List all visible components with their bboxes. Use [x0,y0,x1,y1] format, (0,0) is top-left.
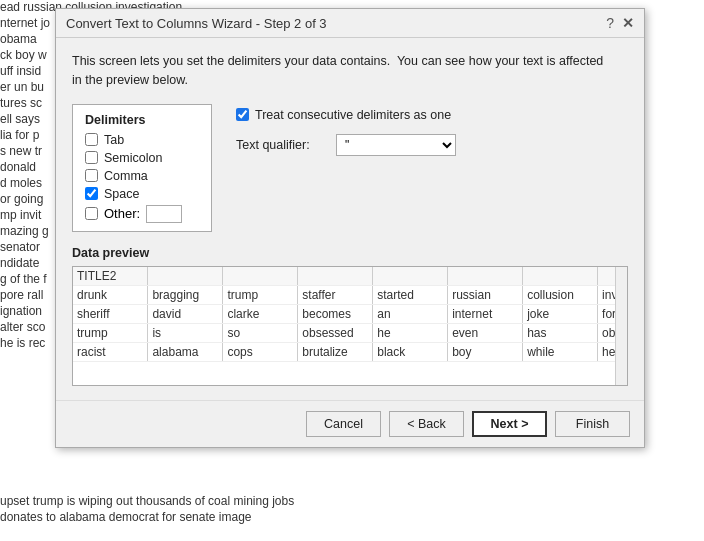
next-button[interactable]: Next > [472,411,547,437]
treat-consecutive-checkbox[interactable] [236,108,249,121]
finish-button[interactable]: Finish [555,411,630,437]
table-cell: drunk [73,285,148,304]
table-cell: is [148,323,223,342]
table-cell: boy [448,342,523,361]
table-cell: bragging [148,285,223,304]
table-cell: he [373,323,448,342]
convert-wizard-dialog: Convert Text to Columns Wizard - Step 2 … [55,8,645,448]
other-input[interactable] [146,205,182,223]
dialog-overlay: Convert Text to Columns Wizard - Step 2 … [0,0,704,541]
table-cell: internet [448,304,523,323]
table-cell: TITLE2 [73,267,148,286]
cancel-button[interactable]: Cancel [306,411,381,437]
space-checkbox-row: Space [85,187,199,201]
right-options: Treat consecutive delimiters as one Text… [236,104,628,232]
tab-label: Tab [104,133,124,147]
table-cell: has [523,323,598,342]
table-cell [373,267,448,286]
table-cell: cops [223,342,298,361]
table-cell: trump [223,285,298,304]
semicolon-checkbox[interactable] [85,151,98,164]
table-cell: david [148,304,223,323]
comma-checkbox[interactable] [85,169,98,182]
table-row: TITLE2 [73,267,628,286]
table-cell: racist [73,342,148,361]
titlebar-controls: ? ✕ [606,15,634,31]
comma-label: Comma [104,169,148,183]
qualifier-label: Text qualifier: [236,138,326,152]
table-cell: brutalize [298,342,373,361]
description-text: This screen lets you set the delimiters … [72,52,628,90]
table-cell [523,267,598,286]
comma-checkbox-row: Comma [85,169,199,183]
table-row: trumpissoobsessedheevenhasobam [73,323,628,342]
table-row: racistalabamacopsbrutalizeblackboywhileh… [73,342,628,361]
qualifier-row: Text qualifier: " ' {none} [236,134,628,156]
tab-checkbox-row: Tab [85,133,199,147]
table-cell: an [373,304,448,323]
semicolon-label: Semicolon [104,151,162,165]
dialog-titlebar: Convert Text to Columns Wizard - Step 2 … [56,9,644,38]
table-cell: started [373,285,448,304]
table-row: sheriffdavidclarkebecomesaninternetjokef… [73,304,628,323]
table-cell [148,267,223,286]
table-cell: joke [523,304,598,323]
dialog-footer: Cancel < Back Next > Finish [56,400,644,447]
table-cell: black [373,342,448,361]
options-section: Delimiters Tab Semicolon Comma [72,104,628,232]
space-label: Space [104,187,139,201]
data-preview-section: Data preview TITLE2drunkbraggingtrumpsta… [72,246,628,386]
table-cell [448,267,523,286]
table-cell: alabama [148,342,223,361]
close-icon[interactable]: ✕ [622,15,634,31]
scrollbar[interactable] [615,267,627,385]
dialog-title: Convert Text to Columns Wizard - Step 2 … [66,16,327,31]
table-cell: sheriff [73,304,148,323]
tab-checkbox[interactable] [85,133,98,146]
semicolon-checkbox-row: Semicolon [85,151,199,165]
preview-table: TITLE2drunkbraggingtrumpstafferstartedru… [73,267,628,362]
delimiters-box: Delimiters Tab Semicolon Comma [72,104,212,232]
table-cell: clarke [223,304,298,323]
treat-consecutive-row: Treat consecutive delimiters as one [236,108,628,122]
other-checkbox[interactable] [85,207,98,220]
table-cell: while [523,342,598,361]
table-cell [298,267,373,286]
table-cell [223,267,298,286]
data-preview-label: Data preview [72,246,628,260]
other-label: Other: [104,206,140,221]
table-cell: russian [448,285,523,304]
treat-consecutive-label: Treat consecutive delimiters as one [255,108,451,122]
back-button[interactable]: < Back [389,411,464,437]
qualifier-select[interactable]: " ' {none} [336,134,456,156]
table-cell: even [448,323,523,342]
dialog-body: This screen lets you set the delimiters … [56,38,644,400]
other-checkbox-row: Other: [85,205,199,223]
table-cell: obsessed [298,323,373,342]
help-icon[interactable]: ? [606,15,614,31]
table-cell: trump [73,323,148,342]
preview-table-wrapper: TITLE2drunkbraggingtrumpstafferstartedru… [72,266,628,386]
delimiters-label: Delimiters [85,113,199,127]
table-cell: collusion [523,285,598,304]
space-checkbox[interactable] [85,187,98,200]
table-row: drunkbraggingtrumpstafferstartedrussianc… [73,285,628,304]
table-cell: becomes [298,304,373,323]
table-cell: staffer [298,285,373,304]
table-cell: so [223,323,298,342]
